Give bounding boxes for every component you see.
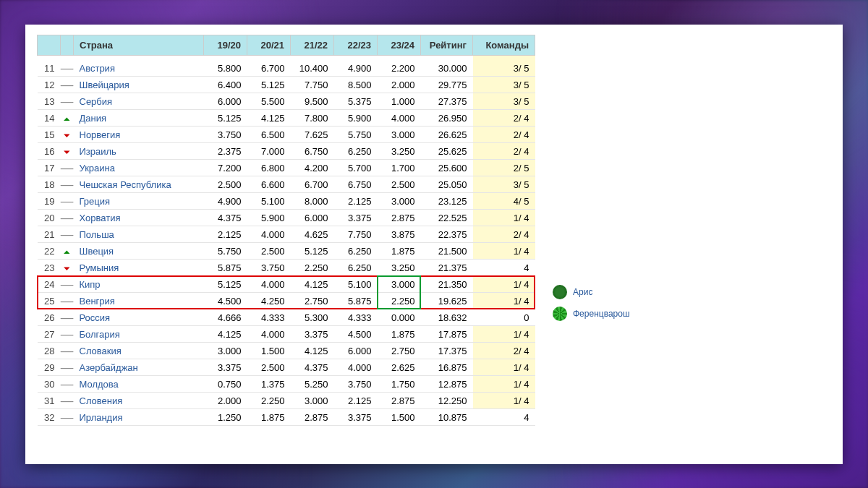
- cell-rating: 30.000: [421, 55, 473, 77]
- cell-rating: 25.050: [421, 176, 473, 193]
- cell-teams: 2/ 4: [473, 143, 535, 160]
- col-s4-header: 22/23: [334, 35, 378, 55]
- crest-icon: [553, 307, 567, 321]
- cell-rank: 28: [38, 343, 61, 359]
- trend-same-icon: —: [61, 347, 74, 356]
- ranking-table: Страна 19/20 20/21 21/22 22/23 23/24 Рей…: [37, 35, 535, 427]
- cell-rank: 23: [38, 260, 61, 276]
- cell-trend: ▲: [61, 243, 74, 260]
- cell-season-2: 4.333: [247, 309, 291, 326]
- cell-season-5: 2.625: [378, 359, 421, 376]
- cell-rating: 16.875: [421, 359, 473, 376]
- cell-season-1: 1.250: [204, 409, 247, 426]
- cell-season-3: 4.125: [291, 276, 334, 293]
- cell-country: Швейцария: [74, 77, 204, 93]
- cell-country: Болгария: [74, 326, 204, 343]
- side-legend: Арис Ференцварош: [553, 35, 630, 454]
- trend-down-icon: ▼: [61, 148, 72, 154]
- cell-rating: 26.625: [421, 127, 473, 143]
- table-row: 24—Кипр5.1254.0004.1255.1003.00021.3501/…: [38, 276, 535, 293]
- table-row: 23▼Румыния5.8753.7502.2506.2503.25021.37…: [38, 260, 535, 276]
- cell-teams: 2/ 5: [473, 160, 535, 176]
- cell-season-5: 1.875: [378, 326, 421, 343]
- table-row: 32—Ирландия1.2501.8752.8753.3751.50010.8…: [38, 409, 535, 426]
- cell-season-4: 4.500: [334, 326, 378, 343]
- cell-season-2: 6.500: [247, 127, 291, 143]
- cell-season-5: 3.875: [378, 226, 421, 243]
- trend-same-icon: —: [61, 281, 74, 289]
- cell-season-4: 8.500: [334, 77, 378, 93]
- cell-trend: —: [61, 210, 74, 226]
- content-panel: Страна 19/20 20/21 21/22 22/23 23/24 Рей…: [25, 25, 843, 464]
- cell-season-4: 2.125: [334, 393, 378, 409]
- cell-season-3: 4.200: [291, 160, 334, 176]
- cell-trend: —: [61, 376, 74, 393]
- ranking-table-wrap: Страна 19/20 20/21 21/22 22/23 23/24 Рей…: [37, 35, 535, 454]
- cell-rank: 20: [38, 210, 61, 226]
- cell-rating: 21.350: [421, 276, 473, 293]
- side-item-team2: Ференцварош: [553, 307, 630, 321]
- cell-season-5: 2.875: [378, 393, 421, 409]
- cell-season-4: 4.900: [334, 55, 378, 77]
- cell-trend: —: [61, 293, 74, 309]
- cell-country: Израиль: [74, 143, 204, 160]
- cell-teams: 0: [473, 309, 535, 326]
- col-rank-header: [38, 35, 61, 55]
- crest-icon: [553, 285, 567, 299]
- cell-trend: —: [61, 226, 74, 243]
- cell-teams: 3/ 5: [473, 93, 535, 110]
- trend-same-icon: —: [61, 330, 74, 339]
- cell-season-5: 1.700: [378, 160, 421, 176]
- side-item-team1: Арис: [553, 285, 630, 299]
- cell-season-4: 2.125: [334, 193, 378, 210]
- cell-trend: ▼: [61, 143, 74, 160]
- cell-season-4: 6.250: [334, 260, 378, 276]
- cell-season-5: 3.000: [378, 127, 421, 143]
- cell-season-5: 1.750: [378, 376, 421, 393]
- table-row: 31—Словения2.0002.2503.0002.1252.87512.2…: [38, 393, 535, 409]
- cell-season-1: 3.375: [204, 359, 247, 376]
- cell-trend: —: [61, 176, 74, 193]
- cell-rating: 23.125: [421, 193, 473, 210]
- cell-trend: ▲: [61, 110, 74, 127]
- cell-season-2: 5.900: [247, 210, 291, 226]
- cell-rating: 29.775: [421, 77, 473, 93]
- table-row: 17—Украина7.2006.8004.2005.7001.70025.60…: [38, 160, 535, 176]
- cell-rating: 12.250: [421, 393, 473, 409]
- table-row: 29—Азербайджан3.3752.5004.3754.0002.6251…: [38, 359, 535, 376]
- cell-season-2: 2.250: [247, 393, 291, 409]
- trend-down-icon: ▼: [61, 132, 72, 137]
- cell-country: Россия: [74, 309, 204, 326]
- trend-up-icon: ▲: [61, 115, 72, 121]
- cell-season-3: 6.000: [291, 210, 334, 226]
- cell-season-4: 4.000: [334, 359, 378, 376]
- cell-season-1: 2.500: [204, 176, 247, 193]
- table-row: 13—Сербия6.0005.5009.5005.3751.00027.375…: [38, 93, 535, 110]
- table-row: 11—Австрия5.8006.70010.4004.9002.20030.0…: [38, 55, 535, 77]
- cell-season-5: 3.250: [378, 143, 421, 160]
- trend-same-icon: —: [61, 231, 74, 239]
- cell-season-5: 2.250: [378, 293, 421, 309]
- cell-season-2: 6.600: [247, 176, 291, 193]
- cell-country: Венгрия: [74, 293, 204, 309]
- cell-season-5: 3.250: [378, 260, 421, 276]
- cell-season-3: 5.300: [291, 309, 334, 326]
- col-teams-header: Команды: [473, 35, 535, 55]
- trend-same-icon: —: [61, 397, 74, 406]
- cell-season-2: 6.800: [247, 160, 291, 176]
- trend-down-icon: ▼: [61, 265, 72, 270]
- cell-season-3: 7.800: [291, 110, 334, 127]
- cell-season-5: 2.200: [378, 55, 421, 77]
- table-row: 18—Чешская Республика2.5006.6006.7006.75…: [38, 176, 535, 193]
- cell-country: Хорватия: [74, 210, 204, 226]
- table-row: 19—Греция4.9005.1008.0002.1253.00023.125…: [38, 193, 535, 210]
- cell-teams: 3/ 5: [473, 77, 535, 93]
- cell-teams: 3/ 5: [473, 176, 535, 193]
- cell-rating: 21.500: [421, 243, 473, 260]
- cell-teams: 1/ 4: [473, 243, 535, 260]
- cell-country: Молдова: [74, 376, 204, 393]
- cell-rating: 25.600: [421, 160, 473, 176]
- cell-trend: —: [61, 160, 74, 176]
- cell-season-5: 2.750: [378, 343, 421, 359]
- cell-teams: 4: [473, 409, 535, 426]
